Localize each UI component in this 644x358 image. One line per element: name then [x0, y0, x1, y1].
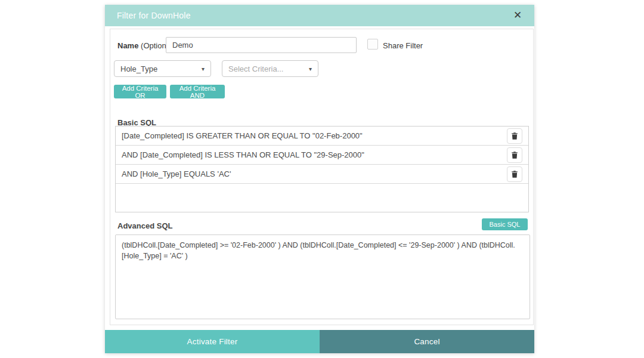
trash-icon [510, 170, 519, 178]
field-dropdown-value: Hole_Type [120, 64, 157, 73]
delete-criteria-button[interactable] [507, 128, 522, 144]
name-label-bold: Name [117, 41, 138, 50]
activate-filter-button[interactable]: Activate Filter [105, 330, 320, 353]
advanced-sql-textarea[interactable]: (tblDHColl.[Date_Completed] >= '02-Feb-2… [115, 234, 530, 319]
add-criteria-or-button[interactable]: Add Criteria OR [114, 85, 166, 98]
delete-criteria-button[interactable] [507, 147, 522, 163]
criteria-dropdown[interactable]: Select Criteria... ▾ [222, 60, 318, 77]
basic-sql-list: [Date_Completed] IS GREATER THAN OR EQUA… [115, 126, 529, 212]
close-icon[interactable]: ✕ [508, 5, 527, 26]
sql-criteria-row: AND [Hole_Type] EQUALS 'AC' [116, 165, 528, 184]
dialog-footer: Activate Filter Cancel [105, 330, 534, 353]
filter-name-input[interactable] [166, 37, 357, 53]
dialog-header: Filter for DownHole ✕ [105, 5, 534, 26]
sql-criteria-row: [Date_Completed] IS GREATER THAN OR EQUA… [116, 126, 528, 146]
sql-criteria-text: [Date_Completed] IS GREATER THAN OR EQUA… [122, 131, 363, 140]
chevron-down-icon: ▾ [309, 66, 312, 72]
share-filter-checkbox[interactable] [367, 39, 378, 50]
dialog-body: Name (Optional) Share Filter Hole_Type ▾… [110, 29, 534, 325]
criteria-dropdown-placeholder: Select Criteria... [228, 64, 283, 73]
add-criteria-and-button[interactable]: Add Criteria AND [170, 85, 225, 98]
dialog-title: Filter for DownHole [105, 11, 191, 20]
delete-criteria-button[interactable] [507, 166, 522, 182]
sql-criteria-text: AND [Date_Completed] IS LESS THAN OR EQU… [122, 150, 364, 159]
cancel-button[interactable]: Cancel [320, 330, 534, 353]
trash-icon [510, 151, 519, 159]
filter-dialog: Filter for DownHole ✕ Name (Optional) Sh… [105, 5, 534, 353]
advanced-sql-label: Advanced SQL [117, 221, 172, 230]
field-dropdown[interactable]: Hole_Type ▾ [114, 60, 211, 77]
sql-criteria-text: AND [Hole_Type] EQUALS 'AC' [122, 169, 231, 178]
sql-criteria-row: AND [Date_Completed] IS LESS THAN OR EQU… [116, 146, 528, 165]
chevron-down-icon: ▾ [202, 66, 205, 72]
share-filter-label: Share Filter [383, 41, 423, 50]
trash-icon [510, 132, 519, 140]
basic-sql-toggle-button[interactable]: Basic SQL [482, 218, 528, 230]
